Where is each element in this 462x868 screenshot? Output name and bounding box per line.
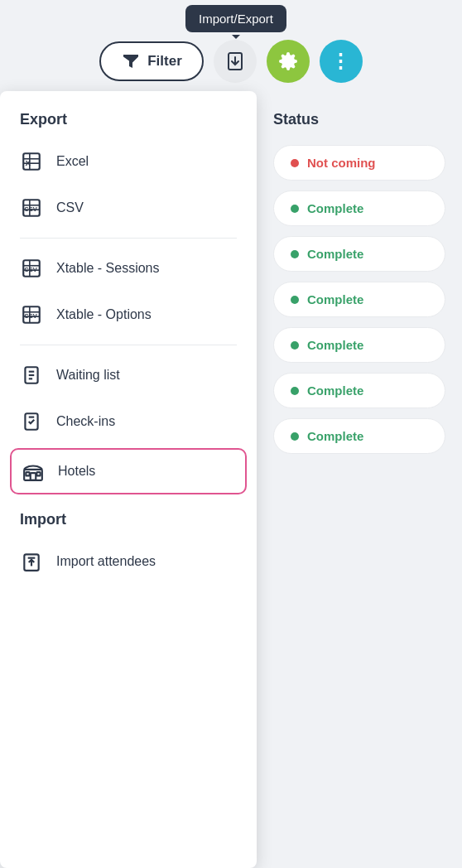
status-column: Status Not coming Complete Complete Comp… xyxy=(257,91,462,868)
menu-item-excel-label: Excel xyxy=(56,154,89,169)
menu-item-check-ins-label: Check-ins xyxy=(56,414,115,429)
dot-green-icon-6 xyxy=(291,432,299,441)
status-label-complete-2: Complete xyxy=(307,247,363,261)
status-label-complete-3: Complete xyxy=(307,292,363,306)
svg-rect-29 xyxy=(26,472,29,475)
menu-divider-2 xyxy=(20,345,237,345)
menu-item-import-attendees[interactable]: Import attendees xyxy=(0,538,257,585)
dot-green-icon-3 xyxy=(291,296,299,304)
menu-item-hotels[interactable]: Hotels xyxy=(10,448,247,494)
menu-item-excel[interactable]: X Excel xyxy=(0,138,257,185)
hotels-icon xyxy=(22,460,45,483)
svg-rect-30 xyxy=(36,472,40,475)
status-label-complete-5: Complete xyxy=(307,383,363,398)
more-options-button[interactable]: ⋮ xyxy=(320,40,363,83)
status-header: Status xyxy=(273,91,445,145)
status-badges-list: Not coming Complete Complete Complete Co… xyxy=(273,145,445,454)
upload-icon xyxy=(20,550,43,573)
dot-red-icon xyxy=(291,159,299,167)
filter-icon xyxy=(121,51,141,71)
menu-item-csv-label: CSV xyxy=(56,200,84,215)
status-badge-not-coming: Not coming xyxy=(273,145,445,181)
status-label-not-coming: Not coming xyxy=(307,156,376,170)
download-icon xyxy=(225,51,245,71)
import-section-title: Import xyxy=(0,511,257,538)
svg-rect-28 xyxy=(31,473,36,480)
xtable-options-icon: CSV xyxy=(20,303,43,326)
status-badge-complete-2: Complete xyxy=(273,236,445,272)
filter-label: Filter xyxy=(147,53,182,70)
dropdown-menu: Export X Excel CSV xyxy=(0,91,257,868)
menu-item-xtable-sessions-label: Xtable - Sessions xyxy=(56,261,160,276)
dot-green-icon-2 xyxy=(291,250,299,258)
menu-item-import-attendees-label: Import attendees xyxy=(56,554,156,569)
dot-green-icon-1 xyxy=(291,205,299,213)
menu-item-hotels-label: Hotels xyxy=(58,464,95,479)
menu-item-xtable-sessions[interactable]: CSV Xtable - Sessions xyxy=(0,245,257,292)
status-label-complete-1: Complete xyxy=(307,201,363,215)
xtable-sessions-icon: CSV xyxy=(20,257,43,280)
menu-item-csv[interactable]: CSV CSV xyxy=(0,185,257,231)
dot-green-icon-4 xyxy=(291,341,299,350)
menu-item-xtable-options[interactable]: CSV Xtable - Options xyxy=(0,292,257,338)
check-ins-icon xyxy=(20,410,43,433)
status-badge-complete-1: Complete xyxy=(273,190,445,226)
waiting-list-icon xyxy=(20,364,43,387)
status-badge-complete-6: Complete xyxy=(273,418,445,454)
excel-icon: X xyxy=(20,150,43,173)
status-badge-complete-5: Complete xyxy=(273,373,445,408)
menu-item-check-ins[interactable]: Check-ins xyxy=(0,398,257,445)
csv-icon: CSV xyxy=(20,196,43,219)
status-label-complete-4: Complete xyxy=(307,338,363,352)
tooltip-import-export: Import/Export xyxy=(185,5,286,32)
status-badge-complete-4: Complete xyxy=(273,327,445,363)
menu-item-waiting-list[interactable]: Waiting list xyxy=(0,352,257,398)
menu-item-xtable-options-label: Xtable - Options xyxy=(56,307,152,322)
export-section-title: Export xyxy=(0,111,257,138)
gear-icon xyxy=(278,51,298,71)
status-label-complete-6: Complete xyxy=(307,429,363,443)
more-dots-icon: ⋮ xyxy=(330,51,351,71)
dot-green-icon-5 xyxy=(291,387,299,395)
filter-button[interactable]: Filter xyxy=(99,41,204,81)
menu-divider-1 xyxy=(20,238,237,239)
menu-item-waiting-list-label: Waiting list xyxy=(56,368,120,383)
import-export-button[interactable] xyxy=(214,40,257,83)
status-badge-complete-3: Complete xyxy=(273,282,445,317)
settings-button[interactable] xyxy=(267,40,310,83)
